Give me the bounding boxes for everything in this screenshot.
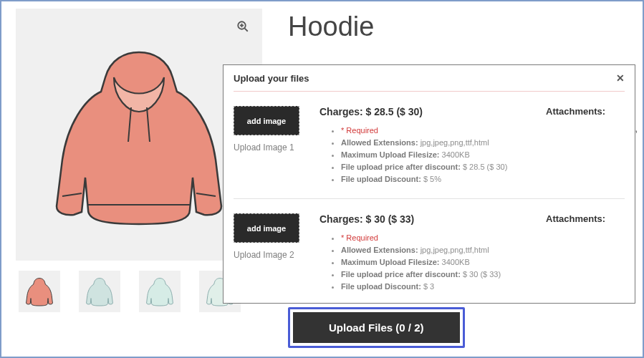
price-after-label: File upload price after discount: [341, 270, 461, 279]
ext-value: jpg,jpeg,png,ttf,html [420, 138, 489, 147]
thumbnail[interactable] [139, 271, 181, 312]
zoom-icon[interactable] [236, 20, 249, 37]
discount-label: File upload Discount: [341, 282, 421, 291]
discount-label: File upload Discount: [341, 175, 421, 183]
close-icon[interactable]: ✕ [616, 73, 625, 84]
upload-files-button[interactable]: Upload Files (0 / 2) [293, 312, 460, 343]
charges-text: Charges: $ 28.5 ($ 30) [319, 106, 546, 117]
discount-value: $ 3 [423, 282, 434, 291]
charges-text: Charges: $ 30 ($ 33) [319, 213, 546, 225]
thumbnail[interactable] [79, 271, 120, 312]
upload-slot: add image Upload Image 1 Charges: $ 28.5… [224, 92, 635, 195]
product-title: Hoodie [288, 11, 374, 42]
upload-modal: Upload your files ✕ add image Upload Ima… [223, 64, 635, 304]
add-image-dropzone[interactable]: add image [234, 106, 299, 135]
upload-details: * Required Allowed Extensions: jpg,jpeg,… [319, 232, 546, 293]
required-label: * Required [341, 233, 378, 242]
modal-title: Upload your files [234, 73, 309, 84]
upload-slot-label: Upload Image 1 [234, 142, 319, 153]
svg-line-1 [245, 29, 248, 32]
upload-slot-label: Upload Image 2 [234, 250, 319, 260]
upload-details: * Required Allowed Extensions: jpg,jpeg,… [319, 125, 546, 185]
max-label: Maximum Upload Filesize: [341, 150, 440, 159]
ext-label: Allowed Extensions: [341, 246, 418, 254]
attachments-label: Attachments: [546, 213, 625, 293]
thumbnail[interactable] [19, 271, 60, 312]
ext-value: jpg,jpeg,png,ttf,html [420, 246, 489, 254]
price-after-value: $ 30 ($ 33) [463, 270, 501, 279]
max-label: Maximum Upload Filesize: [341, 258, 440, 266]
add-image-dropzone[interactable]: add image [234, 213, 299, 243]
upload-slot: add image Upload Image 2 Charges: $ 30 (… [224, 199, 635, 303]
hoodie-image [42, 27, 236, 242]
price-after-value: $ 28.5 ($ 30) [463, 163, 507, 171]
price-after-label: File upload price after discount: [341, 163, 461, 171]
ext-label: Allowed Extensions: [341, 138, 418, 147]
max-value: 3400KB [442, 258, 470, 266]
discount-value: $ 5% [423, 175, 441, 183]
max-value: 3400KB [442, 150, 470, 159]
attachments-label: Attachments: [546, 106, 625, 185]
upload-files-highlight: Upload Files (0 / 2) [288, 307, 465, 348]
required-label: * Required [341, 126, 378, 135]
